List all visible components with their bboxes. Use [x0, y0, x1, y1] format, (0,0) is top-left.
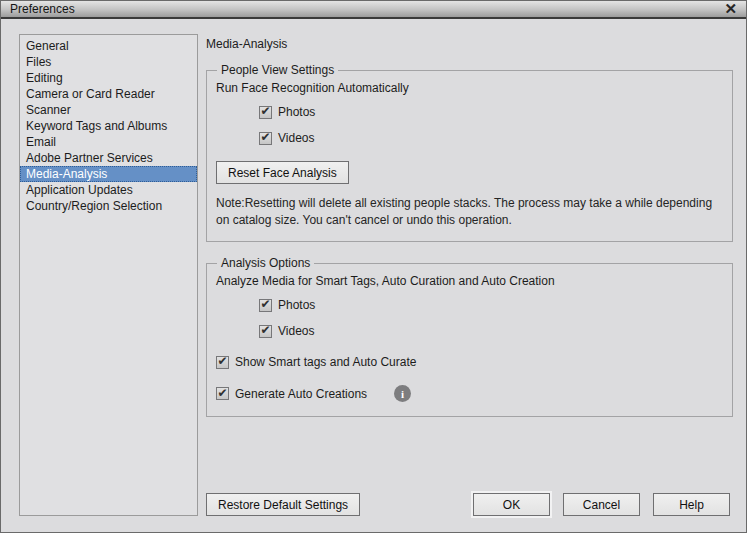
- sidebar-item-editing[interactable]: Editing: [20, 70, 197, 86]
- analysis-videos-checkbox[interactable]: ✔: [259, 325, 272, 338]
- analysis-videos-row: ✔ Videos: [259, 324, 723, 338]
- auto-creations-label: Generate Auto Creations: [235, 387, 367, 401]
- sidebar-item-country-region-selection[interactable]: Country/Region Selection: [20, 198, 197, 214]
- check-icon: ✔: [260, 299, 270, 309]
- help-button[interactable]: Help: [653, 493, 730, 516]
- people-photos-row: ✔ Photos: [259, 105, 723, 119]
- people-photos-label: Photos: [278, 105, 315, 119]
- analyze-media-label: Analyze Media for Smart Tags, Auto Curat…: [216, 274, 723, 288]
- people-videos-label: Videos: [278, 131, 314, 145]
- check-icon: ✔: [260, 106, 270, 116]
- smart-tags-label: Show Smart tags and Auto Curate: [235, 355, 416, 369]
- people-photos-checkbox[interactable]: ✔: [259, 106, 272, 119]
- close-icon[interactable]: ✕: [724, 1, 737, 17]
- reset-note-text: Note:Resetting will delete all existing …: [216, 195, 723, 229]
- analysis-options-legend: Analysis Options: [217, 256, 314, 270]
- analysis-options-group: Analysis Options Analyze Media for Smart…: [206, 256, 733, 417]
- sidebar-item-scanner[interactable]: Scanner: [20, 102, 197, 118]
- window-title: Preferences: [10, 2, 75, 16]
- analysis-photos-row: ✔ Photos: [259, 298, 723, 312]
- check-icon: ✔: [260, 132, 270, 142]
- sidebar-item-files[interactable]: Files: [20, 54, 197, 70]
- sidebar-item-adobe-partner-services[interactable]: Adobe Partner Services: [20, 150, 197, 166]
- restore-default-settings-button[interactable]: Restore Default Settings: [206, 493, 360, 516]
- page-title: Media-Analysis: [206, 37, 733, 51]
- sidebar-item-keyword-tags-and-albums[interactable]: Keyword Tags and Albums: [20, 118, 197, 134]
- info-icon[interactable]: i: [394, 385, 411, 402]
- analysis-photos-label: Photos: [278, 298, 315, 312]
- smart-tags-row: ✔ Show Smart tags and Auto Curate: [216, 355, 723, 369]
- check-icon: ✔: [217, 356, 227, 366]
- run-face-recognition-label: Run Face Recognition Automatically: [216, 81, 723, 95]
- people-videos-row: ✔ Videos: [259, 131, 723, 145]
- main-panel: Media-Analysis People View Settings Run …: [206, 34, 733, 431]
- preferences-category-list: General Files Editing Camera or Card Rea…: [19, 34, 198, 516]
- cancel-button[interactable]: Cancel: [563, 493, 640, 516]
- auto-creations-row: ✔ Generate Auto Creations i: [216, 385, 723, 402]
- reset-face-analysis-button[interactable]: Reset Face Analysis: [216, 161, 349, 184]
- check-icon: ✔: [217, 388, 227, 398]
- analysis-photos-checkbox[interactable]: ✔: [259, 299, 272, 312]
- sidebar-item-media-analysis[interactable]: Media-Analysis: [20, 166, 197, 182]
- sidebar-item-application-updates[interactable]: Application Updates: [20, 182, 197, 198]
- people-view-settings-group: People View Settings Run Face Recognitio…: [206, 63, 733, 242]
- ok-button[interactable]: OK: [473, 493, 550, 516]
- smart-tags-checkbox[interactable]: ✔: [216, 356, 229, 369]
- auto-creations-checkbox[interactable]: ✔: [216, 387, 229, 400]
- title-bar: Preferences ✕: [1, 1, 746, 19]
- sidebar-item-general[interactable]: General: [20, 38, 197, 54]
- analysis-videos-label: Videos: [278, 324, 314, 338]
- people-view-settings-legend: People View Settings: [217, 63, 338, 77]
- check-icon: ✔: [260, 325, 270, 335]
- sidebar-item-camera-or-card-reader[interactable]: Camera or Card Reader: [20, 86, 197, 102]
- preferences-dialog: Preferences ✕ General Files Editing Came…: [0, 0, 747, 533]
- sidebar-item-email[interactable]: Email: [20, 134, 197, 150]
- people-videos-checkbox[interactable]: ✔: [259, 132, 272, 145]
